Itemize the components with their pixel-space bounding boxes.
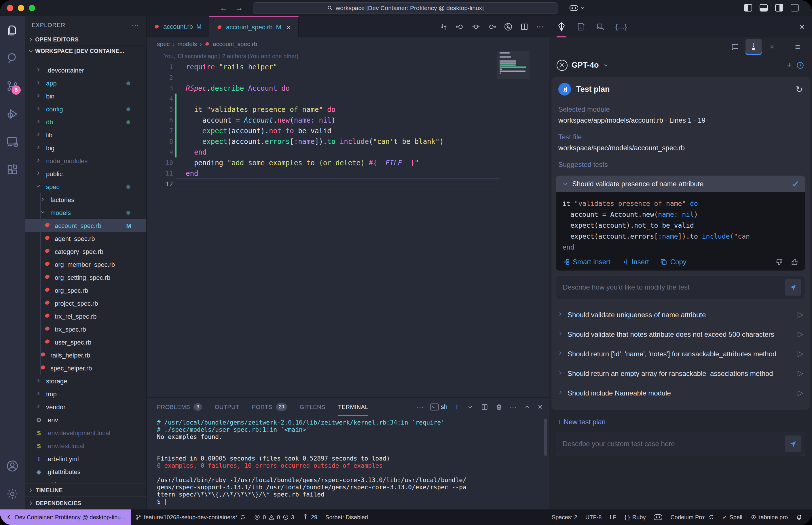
copilot-status[interactable]: [650, 509, 666, 525]
split-editor-icon[interactable]: [520, 22, 529, 31]
terminal-dropdown-icon[interactable]: [467, 403, 474, 411]
code-line[interactable]: 6 account = Account.new(name: nil): [147, 115, 549, 125]
terminal-output[interactable]: # /usr/local/bundle/gems/zeitwerk-2.6.16…: [147, 416, 549, 509]
toggle-panel-icon[interactable]: [759, 4, 768, 12]
history-forward-icon[interactable]: →: [235, 3, 243, 13]
custom-test-input[interactable]: [559, 439, 785, 448]
custom-send-button[interactable]: [785, 435, 801, 452]
panel-tab-terminal[interactable]: TERMINAL: [338, 398, 368, 416]
code-line[interactable]: 4: [147, 93, 549, 104]
assistant-settings-icon[interactable]: [764, 39, 780, 55]
new-chat-icon[interactable]: +: [786, 60, 792, 71]
close-tab-icon[interactable]: ×: [286, 23, 291, 32]
new-terminal-icon[interactable]: +: [454, 402, 460, 412]
code-line[interactable]: 5 it "validates presence of name" do: [147, 104, 549, 115]
open-changes-icon[interactable]: [439, 22, 448, 31]
terminal-shell-label[interactable]: >_ sh: [430, 403, 447, 411]
close-window-button[interactable]: [7, 5, 13, 11]
folder-db[interactable]: db: [25, 116, 146, 129]
folder-node_modules[interactable]: node_modules: [25, 154, 146, 167]
chat-history-icon[interactable]: [596, 16, 606, 38]
tab-account-rb[interactable]: account.rb M: [147, 16, 209, 38]
suggested-test-item[interactable]: Should validate that notes attribute doe…: [551, 325, 810, 344]
ports-status[interactable]: 29: [298, 509, 321, 525]
panel-tab-problems[interactable]: PROBLEMS3: [157, 398, 202, 416]
folder-log[interactable]: log: [25, 141, 146, 154]
file-org_spec.rb[interactable]: org_spec.rb: [25, 284, 146, 297]
toggle-secondary-sidebar-icon[interactable]: [775, 4, 783, 12]
extensions-activity-icon[interactable]: [0, 156, 25, 184]
codeium-status[interactable]: Codeium Pro:: [666, 509, 718, 525]
file-.erb-lint.yml[interactable]: !.erb-lint.yml: [25, 452, 146, 465]
codeium-tab-icon[interactable]: [557, 16, 566, 38]
model-dropdown-icon[interactable]: [603, 62, 609, 68]
thumbs-down-icon[interactable]: [775, 258, 783, 266]
code-line[interactable]: 1require "rails_helper": [147, 62, 549, 72]
run-test-icon[interactable]: ▷: [798, 388, 803, 398]
eol-status[interactable]: LF: [606, 509, 620, 525]
code-line[interactable]: 10 pending "add some examples to (or del…: [147, 158, 549, 168]
close-assistant-panel-icon[interactable]: ×: [799, 22, 804, 32]
suggested-test-item[interactable]: Should return ['id', 'name', 'notes'] fo…: [551, 344, 810, 364]
file-.env.development.local[interactable]: $.env.development.local: [25, 426, 146, 439]
run-test-icon[interactable]: ▷: [798, 310, 803, 320]
code-line[interactable]: 7 expect(account).not_to be_valid: [147, 125, 549, 136]
copy-button[interactable]: Copy: [660, 258, 686, 266]
spell-status[interactable]: ✓ Spell: [719, 509, 746, 525]
command-center-search[interactable]: workspace [Dev Container: Profitency @ d…: [253, 2, 558, 14]
maximize-panel-icon[interactable]: [523, 403, 531, 411]
regenerate-plan-icon[interactable]: ↻: [796, 84, 803, 94]
remote-explorer-activity-icon[interactable]: [0, 128, 25, 156]
file-trx_spec.rb[interactable]: trx_spec.rb: [25, 323, 146, 336]
tabnine-status[interactable]: tabnine pro: [746, 509, 792, 525]
file-.gitattributes[interactable]: ◆.gitattributes: [25, 465, 146, 478]
file-.env.test.local[interactable]: $.env.test.local: [25, 439, 146, 452]
explorer-more-actions-icon[interactable]: ⋯: [132, 21, 139, 30]
code-line[interactable]: 3RSpec.describe Account do: [147, 83, 549, 93]
assistant-menu-icon[interactable]: ≡: [789, 39, 806, 55]
minimap[interactable]: [497, 51, 530, 79]
folder-vendor[interactable]: vendor: [25, 401, 146, 414]
model-name[interactable]: GPT-4o: [572, 61, 599, 70]
toggle-sidebar-icon[interactable]: [744, 4, 752, 12]
customize-layout-icon[interactable]: [791, 4, 799, 12]
source-control-activity-icon[interactable]: 8: [0, 72, 25, 100]
code-line[interactable]: 9 end: [147, 147, 549, 158]
change-marker-icon[interactable]: [472, 22, 480, 31]
folder-lib[interactable]: lib: [25, 129, 146, 141]
folder-app[interactable]: app: [25, 77, 146, 90]
new-note-icon[interactable]: [576, 16, 586, 38]
tab-account-spec-rb[interactable]: account_spec.rb M ×: [209, 16, 299, 38]
code-line[interactable]: 2: [147, 72, 549, 83]
breadcrumb-models[interactable]: models: [177, 41, 197, 47]
remote-indicator[interactable]: Dev Container: Profitency @ desktop-linu…: [0, 509, 131, 525]
workspace-section[interactable]: WORKSPACE [DEV CONTAINE...: [25, 45, 146, 57]
panel-tab-ports[interactable]: PORTS29: [252, 398, 287, 416]
file-user_spec.rb[interactable]: user_spec.rb: [25, 336, 146, 349]
search-activity-icon[interactable]: [0, 44, 25, 72]
breadcrumb-spec[interactable]: spec: [157, 41, 169, 47]
file-trx_rel_spec.rb[interactable]: trx_rel_spec.rb: [25, 310, 146, 323]
panel-tab-output[interactable]: OUTPUT: [215, 398, 239, 416]
language-mode-status[interactable]: { } Ruby: [621, 509, 650, 525]
run-test-icon[interactable]: ▷: [798, 349, 803, 359]
previous-change-icon[interactable]: [456, 22, 464, 31]
file-agent_spec.rb[interactable]: agent_spec.rb: [25, 232, 146, 245]
history-back-icon[interactable]: ←: [219, 3, 227, 13]
folder-config[interactable]: config: [25, 103, 146, 116]
next-change-icon[interactable]: [488, 22, 497, 31]
panel-tabs-overflow-icon[interactable]: ⋯: [417, 403, 424, 411]
split-terminal-icon[interactable]: [481, 403, 488, 411]
git-branch-status[interactable]: feature/10268-setup-dev-containers*: [131, 509, 250, 525]
terminal-scrollbar[interactable]: [544, 419, 547, 456]
file-spec_helper.rb[interactable]: spec_helper.rb: [25, 362, 146, 375]
code-editor[interactable]: You, 13 seconds ago | 2 authors (You and…: [147, 51, 549, 397]
smart-insert-button[interactable]: Smart Insert: [562, 258, 610, 266]
folder-models[interactable]: models: [25, 206, 146, 219]
suggested-test-item[interactable]: Should validate uniqueness of name attri…: [551, 305, 810, 325]
file-project_spec.rb[interactable]: project_spec.rb: [25, 297, 146, 310]
code-line[interactable]: 11end: [147, 168, 549, 179]
account-menu[interactable]: [570, 5, 585, 11]
run-debug-activity-icon[interactable]: [0, 100, 25, 128]
account-activity-icon[interactable]: [0, 452, 25, 480]
